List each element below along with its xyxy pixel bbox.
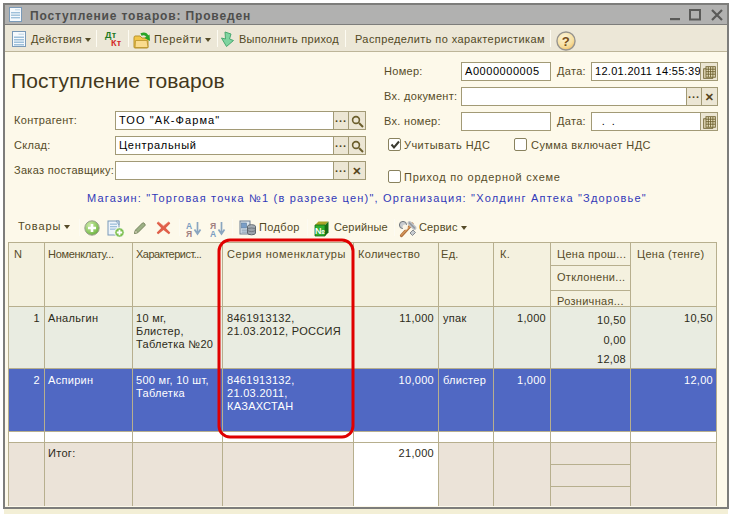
- svg-text:А: А: [210, 229, 216, 238]
- svg-text:Я: Я: [186, 229, 192, 238]
- svg-text:№: №: [315, 226, 325, 236]
- svg-text:?: ?: [562, 34, 570, 49]
